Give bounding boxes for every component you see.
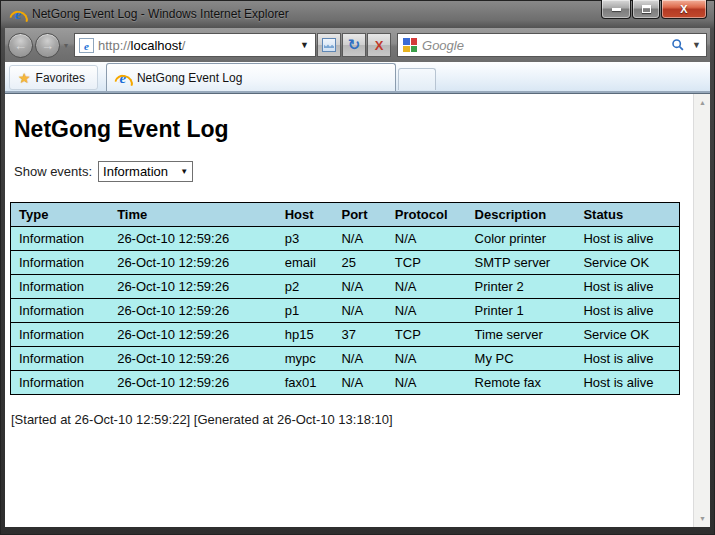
table-cell: Host is alive — [575, 347, 679, 371]
address-bar[interactable]: e http://localhost/ ▼ — [74, 33, 316, 57]
tab-favicon-icon: e — [115, 70, 131, 86]
browser-window: e NetGong Event Log - Windows Internet E… — [0, 0, 715, 535]
page-title: NetGong Event Log — [14, 116, 686, 143]
forward-icon: → — [41, 38, 54, 53]
col-header-type: Type — [11, 203, 110, 227]
table-cell: fax01 — [277, 371, 334, 395]
table-cell: Information — [11, 371, 110, 395]
table-cell: Printer 2 — [467, 275, 576, 299]
title-bar: e NetGong Event Log - Windows Internet E… — [0, 0, 715, 28]
tab-label: NetGong Event Log — [137, 71, 242, 85]
event-table-body: Information26-Oct-10 12:59:26p3N/AN/ACol… — [11, 227, 680, 395]
table-cell: Service OK — [575, 323, 679, 347]
table-cell: N/A — [387, 299, 467, 323]
table-cell: 37 — [333, 323, 386, 347]
table-cell: My PC — [467, 347, 576, 371]
address-host: localhost — [131, 38, 182, 53]
stop-icon: X — [375, 38, 384, 53]
back-button[interactable]: ← — [8, 33, 33, 58]
scroll-down-icon[interactable]: ▼ — [694, 510, 710, 527]
table-cell: N/A — [333, 275, 386, 299]
table-cell: N/A — [333, 347, 386, 371]
table-cell: N/A — [387, 371, 467, 395]
table-row: Information26-Oct-10 12:59:26p2N/AN/APri… — [11, 275, 680, 299]
search-box[interactable]: Google ▼ — [397, 33, 707, 57]
vertical-scrollbar[interactable]: ▲ ▼ — [693, 94, 710, 527]
table-cell: email — [277, 251, 334, 275]
filter-row: Show events: Information ▼ — [14, 161, 686, 182]
table-cell: p2 — [277, 275, 334, 299]
window-title: NetGong Event Log - Windows Internet Exp… — [32, 7, 289, 21]
address-scheme: http:// — [98, 38, 131, 53]
table-cell: Information — [11, 275, 110, 299]
refresh-button[interactable]: ↻ — [342, 33, 366, 57]
page-viewport: NetGong Event Log Show events: Informati… — [5, 93, 710, 527]
close-icon: X — [680, 3, 687, 15]
table-cell: Service OK — [575, 251, 679, 275]
maximize-button[interactable] — [632, 0, 660, 19]
maximize-icon — [642, 5, 651, 13]
ie-logo-icon: e — [10, 6, 26, 22]
scroll-up-icon[interactable]: ▲ — [694, 94, 710, 111]
table-cell: 26-Oct-10 12:59:26 — [109, 251, 277, 275]
search-input[interactable]: Google — [422, 38, 666, 53]
col-header-protocol: Protocol — [387, 203, 467, 227]
search-options-dropdown-icon[interactable]: ▼ — [690, 40, 701, 50]
table-cell: Remote fax — [467, 371, 576, 395]
table-row: Information26-Oct-10 12:59:26email25TCPS… — [11, 251, 680, 275]
table-cell: Host is alive — [575, 275, 679, 299]
address-dropdown-icon[interactable]: ▼ — [298, 40, 311, 50]
table-cell: Host is alive — [575, 371, 679, 395]
event-log-table: Type Time Host Port Protocol Description… — [10, 202, 680, 395]
close-button[interactable]: X — [661, 0, 707, 19]
col-header-port: Port — [333, 203, 386, 227]
select-caret-icon: ▼ — [180, 167, 188, 176]
minimize-button[interactable] — [601, 0, 631, 19]
table-row: Information26-Oct-10 12:59:26fax01N/AN/A… — [11, 371, 680, 395]
table-cell: Information — [11, 227, 110, 251]
tab-bar: ★ Favorites e NetGong Event Log — [5, 62, 710, 93]
back-icon: ← — [14, 38, 27, 53]
table-cell: Information — [11, 323, 110, 347]
table-cell: Color printer — [467, 227, 576, 251]
address-path: / — [182, 38, 186, 53]
stop-button[interactable]: X — [367, 33, 391, 57]
compatibility-view-button[interactable] — [317, 33, 341, 57]
table-cell: 26-Oct-10 12:59:26 — [109, 371, 277, 395]
col-header-time: Time — [109, 203, 277, 227]
page-icon: e — [79, 38, 94, 53]
table-cell: N/A — [333, 371, 386, 395]
table-cell: 25 — [333, 251, 386, 275]
filter-label: Show events: — [14, 164, 92, 179]
compatibility-view-icon — [322, 38, 336, 52]
table-row: Information26-Oct-10 12:59:26mypcN/AN/AM… — [11, 347, 680, 371]
favorites-label: Favorites — [36, 71, 85, 85]
col-header-description: Description — [467, 203, 576, 227]
col-header-status: Status — [575, 203, 679, 227]
google-icon — [403, 38, 417, 52]
table-cell: TCP — [387, 251, 467, 275]
table-cell: Host is alive — [575, 299, 679, 323]
table-header-row: Type Time Host Port Protocol Description… — [11, 203, 680, 227]
table-cell: mypc — [277, 347, 334, 371]
col-header-host: Host — [277, 203, 334, 227]
table-cell: SMTP server — [467, 251, 576, 275]
favorites-star-icon: ★ — [18, 71, 31, 85]
search-icon[interactable] — [671, 38, 685, 52]
new-tab-button[interactable] — [398, 68, 436, 90]
forward-button[interactable]: → — [35, 33, 60, 58]
table-cell: N/A — [387, 227, 467, 251]
table-cell: Time server — [467, 323, 576, 347]
favorites-button[interactable]: ★ Favorites — [9, 65, 98, 90]
recent-pages-dropdown[interactable]: ▾ — [64, 41, 68, 50]
show-events-select[interactable]: Information ▼ — [98, 161, 193, 182]
select-value: Information — [103, 164, 168, 179]
navigation-toolbar: ← → ▾ e http://localhost/ ▼ ↻ X Google ▼ — [5, 28, 710, 62]
table-cell: N/A — [333, 299, 386, 323]
table-cell: N/A — [387, 347, 467, 371]
address-input[interactable]: http://localhost/ — [98, 38, 294, 53]
table-cell: 26-Oct-10 12:59:26 — [109, 275, 277, 299]
tab-netgong-event-log[interactable]: e NetGong Event Log — [106, 63, 396, 91]
table-cell: 26-Oct-10 12:59:26 — [109, 323, 277, 347]
table-cell: 26-Oct-10 12:59:26 — [109, 347, 277, 371]
